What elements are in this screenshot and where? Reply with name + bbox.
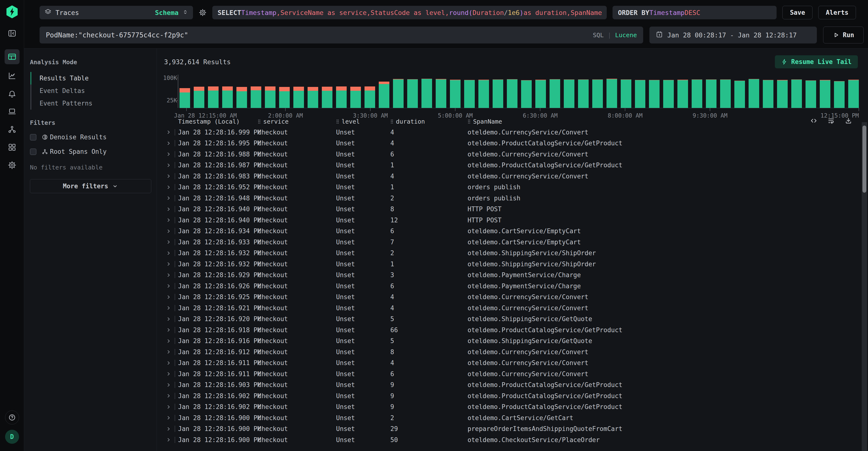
histogram-bar[interactable] — [507, 79, 518, 108]
expand-row-icon[interactable] — [164, 294, 175, 300]
histogram-bar[interactable] — [834, 81, 845, 108]
table-row[interactable]: Jan 28 12:28:16.920 PMcheckoutUnset5otel… — [164, 314, 859, 325]
histogram-bar[interactable] — [635, 80, 646, 108]
source-settings-gear-icon[interactable] — [199, 9, 207, 17]
run-button[interactable]: Run — [823, 27, 864, 44]
table-row[interactable]: Jan 28 12:28:16.903 PMcheckoutUnset9otel… — [164, 379, 859, 391]
drag-handle-icon[interactable] — [258, 119, 261, 124]
histogram-bar[interactable] — [777, 80, 788, 108]
column-level[interactable]: level — [328, 118, 382, 125]
histogram-bar[interactable] — [592, 79, 603, 108]
search-table-icon[interactable] — [5, 49, 20, 64]
expand-row-icon[interactable] — [164, 218, 175, 223]
table-row[interactable]: Jan 28 12:28:16.988 PMcheckoutUnset6otel… — [164, 149, 859, 160]
search-input[interactable]: PodName:"checkout-675775c4cc-f2p9c" SQL … — [39, 27, 643, 44]
histogram-bar[interactable] — [422, 79, 432, 108]
expand-row-icon[interactable] — [164, 349, 175, 355]
expand-row-icon[interactable] — [164, 305, 175, 310]
expand-row-icon[interactable] — [164, 283, 175, 288]
histogram-bar[interactable] — [493, 79, 503, 108]
expand-row-icon[interactable] — [164, 196, 175, 201]
histogram-bar[interactable] — [365, 86, 375, 108]
table-row[interactable]: Jan 28 12:28:16.929 PMcheckoutUnset3otel… — [164, 270, 859, 281]
expand-row-icon[interactable] — [164, 415, 175, 420]
table-row[interactable]: Jan 28 12:28:16.995 PMcheckoutUnset4otel… — [164, 138, 859, 149]
table-row[interactable]: Jan 28 12:28:16.940 PMcheckoutUnset12HTT… — [164, 215, 859, 226]
mode-event-patterns[interactable]: Event Patterns — [30, 97, 151, 110]
histogram-bar[interactable] — [478, 80, 489, 108]
histogram-bar[interactable] — [336, 86, 347, 108]
table-row[interactable]: Jan 28 12:28:16.900 PMcheckoutUnset29pre… — [164, 423, 859, 434]
client-sessions-icon[interactable] — [6, 105, 18, 118]
more-filters-button[interactable]: More filters — [30, 179, 151, 193]
histogram-bar[interactable] — [350, 87, 361, 108]
histogram-bar[interactable] — [308, 87, 318, 108]
table-row[interactable]: Jan 28 12:28:16.952 PMcheckoutUnset1orde… — [164, 182, 859, 193]
histogram-bar[interactable] — [393, 79, 404, 108]
table-row[interactable]: Jan 28 12:28:16.925 PMcheckoutUnset4otel… — [164, 292, 859, 303]
histogram-bar[interactable] — [621, 79, 631, 108]
histogram-bar[interactable] — [763, 80, 773, 108]
histogram-bar[interactable] — [649, 80, 659, 108]
alerts-bell-icon[interactable] — [6, 87, 18, 100]
hyperdx-logo-icon[interactable] — [5, 5, 19, 18]
schema-link[interactable]: Schema — [155, 9, 179, 17]
expand-row-icon[interactable] — [164, 437, 175, 442]
column-duration[interactable]: duration — [382, 118, 459, 125]
resume-live-tail-button[interactable]: Resume Live Tail — [775, 55, 858, 68]
wrap-text-icon[interactable] — [828, 117, 835, 124]
scrollbar-thumb[interactable] — [863, 125, 866, 193]
expand-row-icon[interactable] — [164, 404, 175, 410]
expand-row-icon[interactable] — [164, 261, 175, 266]
help-icon[interactable] — [5, 411, 19, 424]
histogram-bar[interactable] — [407, 79, 418, 108]
settings-gear-icon[interactable] — [6, 159, 18, 171]
histogram-bar[interactable] — [550, 79, 560, 108]
expand-row-icon[interactable] — [164, 151, 175, 157]
table-row[interactable]: Jan 28 12:28:16.933 PMcheckoutUnset7otel… — [164, 236, 859, 248]
table-row[interactable]: Jan 28 12:28:16.918 PMcheckoutUnset66ote… — [164, 325, 859, 336]
histogram-bar[interactable] — [237, 87, 247, 108]
histogram-bar[interactable] — [180, 88, 190, 108]
expand-row-icon[interactable] — [164, 383, 175, 388]
histogram-bar[interactable] — [848, 80, 859, 108]
expand-row-icon[interactable] — [164, 273, 175, 278]
table-row[interactable]: Jan 28 12:28:16.932 PMcheckoutUnset1otel… — [164, 259, 859, 270]
source-selector[interactable]: Traces Schema — [39, 6, 193, 19]
expand-row-icon[interactable] — [164, 229, 175, 234]
histogram-bar[interactable] — [379, 82, 390, 108]
root-spans-checkbox[interactable] — [30, 148, 36, 155]
select-query-input[interactable]: SELECT Timestamp, ServiceName as service… — [212, 6, 607, 19]
table-row[interactable]: Jan 28 12:28:16.902 PMcheckoutUnset9otel… — [164, 390, 859, 401]
table-row[interactable]: Jan 28 12:28:16.983 PMcheckoutUnset4otel… — [164, 171, 859, 182]
table-row[interactable]: Jan 28 12:28:16.999 PMcheckoutUnset4otel… — [164, 127, 859, 138]
vertical-scrollbar[interactable] — [862, 122, 867, 451]
mode-event-deltas[interactable]: Event Deltas — [30, 85, 151, 97]
table-row[interactable]: Jan 28 12:28:16.916 PMcheckoutUnset5otel… — [164, 336, 859, 347]
histogram-bar[interactable] — [564, 79, 575, 108]
histogram-bar[interactable] — [791, 79, 802, 108]
code-icon[interactable] — [810, 117, 817, 124]
expand-row-icon[interactable] — [164, 185, 175, 190]
table-row[interactable]: Jan 28 12:28:16.912 PMcheckoutUnset8otel… — [164, 346, 859, 358]
expand-row-icon[interactable] — [164, 239, 175, 245]
orderby-input[interactable]: ORDER BY Timestamp DESC — [613, 6, 777, 19]
drag-handle-icon[interactable] — [336, 119, 339, 124]
expand-row-icon[interactable] — [164, 163, 175, 168]
service-map-icon[interactable] — [6, 123, 18, 136]
histogram-bar[interactable] — [706, 79, 716, 108]
filter-root-spans[interactable]: Root Spans Only — [30, 148, 151, 155]
table-row[interactable]: Jan 28 12:28:16.902 PMcheckoutUnset9otel… — [164, 401, 859, 413]
histogram-bar[interactable] — [535, 80, 546, 108]
table-row[interactable]: Jan 28 12:28:16.900 PMcheckoutUnset50ote… — [164, 434, 859, 446]
download-icon[interactable] — [845, 117, 852, 124]
histogram-bar[interactable] — [279, 87, 290, 108]
histogram-bar[interactable] — [222, 86, 233, 108]
expand-row-icon[interactable] — [164, 130, 175, 135]
drag-handle-icon[interactable] — [390, 119, 394, 124]
histogram-bar[interactable] — [194, 87, 204, 108]
column-service[interactable]: service — [249, 118, 328, 125]
expand-row-icon[interactable] — [164, 207, 175, 212]
histogram-bar[interactable] — [293, 87, 304, 108]
save-button[interactable]: Save — [782, 6, 812, 19]
